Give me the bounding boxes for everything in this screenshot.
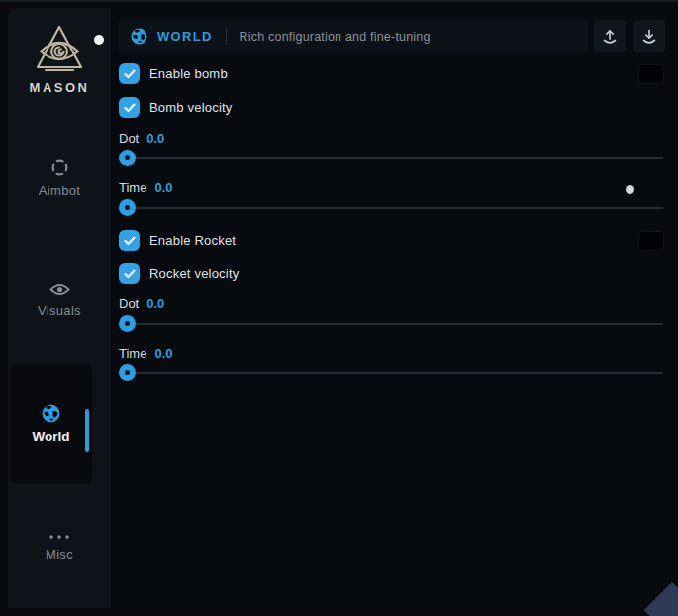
main-panel: WORLD Rich configuration and fine-tuning [111,8,669,608]
globe-icon [42,404,60,423]
checkbox-label: Rocket velocity [149,266,239,281]
pyramid-eye-logo-icon [29,24,90,75]
sidebar-item-visuals[interactable]: Visuals [8,282,111,318]
check-icon [124,69,136,79]
slider-track[interactable] [119,372,663,374]
rocket-dot-label-row: Dot 0.0 [119,296,663,311]
eye-icon [49,282,70,297]
slider-value: 0.0 [146,131,164,146]
sidebar-item-aimbot[interactable]: Aimbot [8,158,111,198]
rocket-time-slider[interactable] [119,364,663,382]
slider-track[interactable] [119,323,663,325]
import-config-button[interactable] [633,20,665,52]
cursor-dot [626,185,634,194]
bomb-time-slider[interactable] [119,199,663,217]
check-icon [124,103,136,113]
row-bomb-velocity: Bomb velocity [119,97,663,118]
divider [226,28,227,45]
slider-label: Time [119,180,146,195]
sidebar-item-label: Aimbot [39,183,80,198]
bomb-dot-slider[interactable] [119,150,663,167]
slider-value: 0.0 [154,346,172,360]
sidebar-item-misc[interactable]: Misc [8,533,111,562]
active-indicator [85,409,89,452]
page-subtitle: Rich configuration and fine-tuning [240,30,431,44]
download-icon [640,28,658,46]
slider-handle[interactable] [119,315,136,332]
bomb-velocity-checkbox[interactable] [119,97,140,118]
sidebar-item-label: World [33,429,70,444]
slider-label: Dot [119,296,139,311]
slider-label: Time [119,346,146,360]
slider-handle[interactable] [119,364,136,381]
rocket-dot-slider[interactable] [119,315,663,333]
export-config-button[interactable] [594,20,626,52]
crosshair-icon [50,158,69,177]
slider-label: Dot [119,131,139,146]
checkbox-label: Enable Rocket [149,233,236,248]
checkbox-label: Bomb velocity [149,100,233,115]
check-icon [124,236,136,246]
slider-handle[interactable] [119,150,136,166]
enable-bomb-checkbox[interactable] [119,63,140,84]
slider-track[interactable] [119,207,663,209]
sidebar-item-world-active[interactable]: World [10,364,92,483]
row-enable-bomb: Enable bomb [119,63,663,84]
logo-text: MASON [30,80,90,95]
enable-rocket-checkbox[interactable] [119,230,140,251]
desktop-background: MASON Aimbot Visuals [0,0,678,616]
cursor-dot [94,35,104,45]
row-rocket-velocity: Rocket velocity [119,263,663,284]
row-enable-rocket: Enable Rocket [119,230,663,251]
sidebar-item-label: Misc [46,547,73,562]
slider-track[interactable] [119,157,663,159]
rocket-velocity-checkbox[interactable] [119,263,140,284]
sidebar: MASON Aimbot Visuals [8,8,111,608]
checkbox-label: Enable bomb [149,66,228,81]
bomb-time-label-row: Time 0.0 [119,180,663,195]
bomb-dot-label-row: Dot 0.0 [119,131,663,146]
bomb-color-swatch[interactable] [639,65,663,83]
upload-icon [601,28,619,46]
page-header-bar: WORLD Rich configuration and fine-tuning [119,20,588,52]
page-title: WORLD [157,29,213,44]
slider-handle[interactable] [119,199,136,216]
rocket-time-label-row: Time 0.0 [119,346,663,360]
mason-window: MASON Aimbot Visuals [8,8,669,608]
globe-icon [131,28,147,45]
ellipsis-icon [48,533,71,541]
rocket-color-swatch[interactable] [639,232,663,250]
check-icon [124,269,136,279]
sidebar-item-label: Visuals [38,303,81,318]
slider-value: 0.0 [146,296,164,311]
slider-value: 0.0 [154,180,172,195]
